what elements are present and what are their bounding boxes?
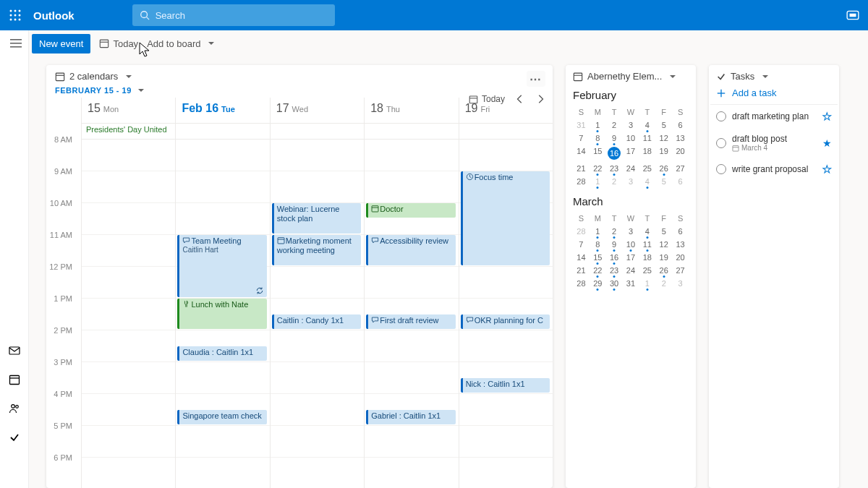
calendar-event[interactable]: Nick : Caitlin 1x1 bbox=[461, 378, 550, 393]
mini-cal-day[interactable]: 1 bbox=[590, 119, 606, 132]
mini-cal-day[interactable]: 30 bbox=[606, 277, 623, 290]
mini-cal-day[interactable]: 1 bbox=[590, 175, 606, 188]
mini-cal-day[interactable]: 15 bbox=[590, 251, 606, 264]
task-item[interactable]: draft marketing plan★ bbox=[710, 105, 838, 128]
mini-cal-day[interactable]: 21 bbox=[573, 264, 590, 277]
mini-cal-day[interactable]: 3 bbox=[623, 225, 639, 238]
mini-cal-day[interactable]: 31 bbox=[623, 277, 639, 290]
mini-cal-day[interactable]: 22 bbox=[590, 162, 606, 175]
mini-cal-day[interactable]: 7 bbox=[573, 238, 590, 251]
mini-cal-day[interactable]: 13 bbox=[672, 238, 689, 251]
app-launcher-icon[interactable] bbox=[0, 0, 30, 30]
search-input[interactable]: Search bbox=[132, 4, 335, 26]
task-complete-toggle[interactable] bbox=[716, 138, 726, 148]
task-complete-toggle[interactable] bbox=[716, 164, 726, 174]
calendar-event[interactable]: Team MeetingCaitlin Hart bbox=[177, 235, 266, 297]
mini-cal-day[interactable]: 17 bbox=[623, 145, 639, 162]
mini-cal-day[interactable]: 1 bbox=[639, 277, 655, 290]
task-star-toggle[interactable]: ★ bbox=[822, 137, 832, 149]
calendar-event[interactable]: Focus time bbox=[461, 171, 550, 265]
mini-cal-day[interactable]: 19 bbox=[655, 145, 672, 162]
calendar-event[interactable]: Gabriel : Caitlin 1x1 bbox=[366, 410, 455, 424]
calendar-event[interactable]: Claudia : Caitlin 1x1 bbox=[177, 346, 266, 361]
task-complete-toggle[interactable] bbox=[716, 111, 726, 121]
leftrail-people-icon[interactable] bbox=[7, 401, 22, 416]
mini-cal-day[interactable]: 18 bbox=[639, 251, 655, 264]
mini-cal-day[interactable]: 16 bbox=[606, 145, 623, 162]
calendar-event[interactable]: OKR planning for C bbox=[461, 314, 550, 329]
mini-cal-day[interactable]: 11 bbox=[639, 238, 655, 251]
mini-cal-day[interactable]: 25 bbox=[639, 264, 655, 277]
task-star-toggle[interactable]: ★ bbox=[822, 111, 832, 122]
mini-cal-day[interactable]: 5 bbox=[655, 225, 672, 238]
mini-cal-day[interactable]: 29 bbox=[590, 277, 606, 290]
hamburger-icon[interactable] bbox=[10, 38, 22, 52]
mini-cal-day[interactable]: 24 bbox=[623, 264, 639, 277]
mini-cal-day[interactable]: 12 bbox=[655, 238, 672, 251]
mini-cal-day[interactable]: 4 bbox=[639, 225, 655, 238]
mini-cal-day[interactable]: 18 bbox=[639, 145, 655, 162]
mini-cal-day[interactable]: 6 bbox=[672, 225, 689, 238]
day-column[interactable]: Feb 16TueTeam MeetingCaitlin HartLunch w… bbox=[175, 98, 269, 488]
card-more-button[interactable]: ⋯ bbox=[527, 71, 545, 87]
day-column[interactable]: 19FriFocus timeOKR planning for CNick : … bbox=[459, 98, 553, 488]
mini-cal-day[interactable]: 10 bbox=[623, 132, 639, 145]
mini-cal-day[interactable]: 28 bbox=[573, 175, 590, 188]
mini-cal-day[interactable]: 2 bbox=[606, 119, 623, 132]
mini-cal-day[interactable]: 2 bbox=[606, 175, 623, 188]
mini-cal-day[interactable]: 9 bbox=[606, 238, 623, 251]
mini-cal-day[interactable]: 10 bbox=[623, 238, 639, 251]
mini-cal-day[interactable]: 2 bbox=[655, 277, 672, 290]
mini-cal-day[interactable]: 20 bbox=[672, 251, 689, 264]
calendar-event[interactable]: Accessibility review bbox=[366, 235, 455, 265]
mini-cal-day[interactable]: 6 bbox=[672, 119, 689, 132]
mini-cal-day[interactable]: 28 bbox=[573, 277, 590, 290]
mini-cal-day[interactable]: 27 bbox=[672, 162, 689, 175]
mini-cal-day[interactable]: 21 bbox=[573, 162, 590, 175]
mini-cal-day[interactable]: 23 bbox=[606, 162, 623, 175]
day-column[interactable]: 15MonPresidents' Day United bbox=[81, 98, 175, 488]
calendar-event[interactable]: Lunch with Nate bbox=[177, 299, 266, 329]
calendar-event[interactable]: Doctor bbox=[366, 203, 455, 218]
leftrail-tasks-icon[interactable] bbox=[7, 430, 22, 445]
mini-cal-day[interactable]: 4 bbox=[639, 175, 655, 188]
mini-cal-day[interactable]: 2 bbox=[606, 225, 623, 238]
day-column[interactable]: 17WedWebinar: Lucerne stock planMarketin… bbox=[270, 98, 364, 488]
mini-cal-day[interactable]: 14 bbox=[573, 251, 590, 264]
task-item[interactable]: draft blog postMarch 4★ bbox=[710, 128, 838, 158]
mini-cal-day[interactable]: 23 bbox=[606, 264, 623, 277]
mini-cal-day[interactable]: 24 bbox=[623, 162, 639, 175]
new-event-button[interactable]: New event bbox=[32, 34, 90, 53]
mini-cal-day[interactable]: 12 bbox=[655, 132, 672, 145]
mini-cal-day[interactable]: 8 bbox=[590, 238, 606, 251]
mini-cal-day[interactable]: 6 bbox=[672, 175, 689, 188]
mini-cal-day[interactable]: 4 bbox=[639, 119, 655, 132]
mini-cal-day[interactable]: 19 bbox=[655, 251, 672, 264]
calendar-selector[interactable]: 2 calendars bbox=[55, 71, 544, 82]
tasks-header[interactable]: Tasks bbox=[710, 71, 838, 82]
mini-cal-day[interactable]: 17 bbox=[623, 251, 639, 264]
mini-cal-day[interactable]: 22 bbox=[590, 264, 606, 277]
mini-cal-day[interactable]: 25 bbox=[639, 162, 655, 175]
day-column[interactable]: 18ThuDoctorAccessibility reviewFirst dra… bbox=[364, 98, 458, 488]
today-button[interactable]: Today bbox=[99, 38, 138, 49]
mini-calendar-selector[interactable]: Abernethy Elem... bbox=[573, 71, 689, 82]
mini-cal-day[interactable]: 3 bbox=[672, 277, 689, 290]
mini-cal-day[interactable]: 16 bbox=[606, 251, 623, 264]
mini-cal-day[interactable]: 3 bbox=[623, 119, 639, 132]
mini-cal-day[interactable]: 1 bbox=[590, 225, 606, 238]
add-task-button[interactable]: Add a task bbox=[710, 82, 838, 105]
mini-cal-day[interactable]: 5 bbox=[655, 175, 672, 188]
mini-cal-day[interactable]: 27 bbox=[672, 264, 689, 277]
mini-cal-day[interactable]: 26 bbox=[655, 162, 672, 175]
mini-cal-day[interactable]: 13 bbox=[672, 132, 689, 145]
mini-cal-day[interactable]: 15 bbox=[590, 145, 606, 162]
mini-cal-day[interactable]: 14 bbox=[573, 145, 590, 162]
add-to-board-menu[interactable]: Add to board bbox=[147, 38, 213, 49]
calendar-event[interactable]: Marketing moment working meeting bbox=[272, 235, 361, 265]
mini-cal-day[interactable]: 8 bbox=[590, 132, 606, 145]
mini-cal-day[interactable]: 26 bbox=[655, 264, 672, 277]
mini-cal-day[interactable]: 3 bbox=[623, 175, 639, 188]
calendar-event[interactable]: First draft review bbox=[366, 314, 455, 329]
calendar-event[interactable]: Webinar: Lucerne stock plan bbox=[272, 203, 361, 234]
